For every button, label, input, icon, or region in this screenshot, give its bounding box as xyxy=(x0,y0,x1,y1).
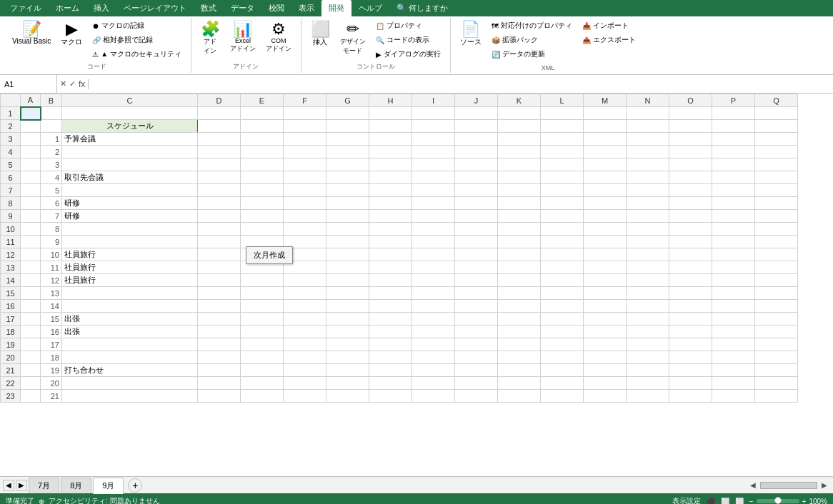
cell-f3[interactable] xyxy=(284,133,326,146)
cell-m22[interactable] xyxy=(584,377,627,390)
cell-o4[interactable] xyxy=(669,146,712,158)
cell-h15[interactable] xyxy=(369,287,412,300)
cell-n9[interactable] xyxy=(627,210,669,223)
cell-h19[interactable] xyxy=(369,338,412,351)
cell-n8[interactable] xyxy=(627,197,669,210)
cell-m5[interactable] xyxy=(584,158,627,171)
row-header-20[interactable]: 20 xyxy=(1,351,21,364)
row-header-22[interactable]: 22 xyxy=(1,377,21,390)
col-header-o[interactable]: O xyxy=(669,94,712,107)
cell-g7[interactable] xyxy=(326,184,369,197)
cell-l8[interactable] xyxy=(541,197,584,210)
cell-e5[interactable] xyxy=(241,158,284,171)
cell-f9[interactable] xyxy=(284,210,326,223)
cell-k10[interactable] xyxy=(498,223,541,236)
cell-i21[interactable] xyxy=(412,364,455,377)
row-header-18[interactable]: 18 xyxy=(1,326,21,338)
cell-f1[interactable] xyxy=(284,107,326,120)
cell-m8[interactable] xyxy=(584,197,627,210)
tab-insert[interactable]: 挿入 xyxy=(86,0,116,16)
row-header-6[interactable]: 6 xyxy=(1,171,21,184)
cell-j20[interactable] xyxy=(455,351,498,364)
addin-button[interactable]: 🧩 アドイン xyxy=(197,19,224,58)
cell-m23[interactable] xyxy=(584,390,627,403)
cell-j1[interactable] xyxy=(455,107,498,120)
cell-a1[interactable] xyxy=(21,107,41,120)
col-header-h[interactable]: H xyxy=(369,94,412,107)
cell-p2[interactable] xyxy=(712,120,755,133)
cell-d12[interactable] xyxy=(198,248,241,261)
cell-m6[interactable] xyxy=(584,171,627,184)
cell-q8[interactable] xyxy=(755,197,798,210)
row-header-12[interactable]: 12 xyxy=(1,248,21,261)
cell-o8[interactable] xyxy=(669,197,712,210)
cell-g23[interactable] xyxy=(326,390,369,403)
cell-q21[interactable] xyxy=(755,364,798,377)
cell-h23[interactable] xyxy=(369,390,412,403)
cell-f4[interactable] xyxy=(284,146,326,158)
cell-f19[interactable] xyxy=(284,338,326,351)
cell-p5[interactable] xyxy=(712,158,755,171)
cell-l4[interactable] xyxy=(541,146,584,158)
row-header-14[interactable]: 14 xyxy=(1,274,21,287)
row-header-1[interactable]: 1 xyxy=(1,107,21,120)
cell-n17[interactable] xyxy=(627,313,669,326)
cell-l2[interactable] xyxy=(541,120,584,133)
cell-n7[interactable] xyxy=(627,184,669,197)
cell-h2[interactable] xyxy=(369,120,412,133)
cell-o6[interactable] xyxy=(669,171,712,184)
cell-c12[interactable]: 社員旅行 xyxy=(62,248,198,261)
cell-e18[interactable] xyxy=(241,326,284,338)
cell-l17[interactable] xyxy=(541,313,584,326)
cell-h16[interactable] xyxy=(369,300,412,313)
cell-m16[interactable] xyxy=(584,300,627,313)
cell-j13[interactable] xyxy=(455,261,498,274)
cell-e9[interactable] xyxy=(241,210,284,223)
cell-q22[interactable] xyxy=(755,377,798,390)
scrollbar-track[interactable] xyxy=(760,482,817,489)
cell-n11[interactable] xyxy=(627,236,669,248)
cell-d14[interactable] xyxy=(198,274,241,287)
cell-p7[interactable] xyxy=(712,184,755,197)
cell-k23[interactable] xyxy=(498,390,541,403)
cell-i10[interactable] xyxy=(412,223,455,236)
cell-h11[interactable] xyxy=(369,236,412,248)
cell-h18[interactable] xyxy=(369,326,412,338)
sheet-tab-7月[interactable]: 7月 xyxy=(29,478,59,493)
tab-developer[interactable]: 開発 xyxy=(321,0,351,16)
cell-c3[interactable]: 予算会議 xyxy=(62,133,198,146)
cell-j3[interactable] xyxy=(455,133,498,146)
cell-l18[interactable] xyxy=(541,326,584,338)
cell-q6[interactable] xyxy=(755,171,798,184)
cell-b19[interactable]: 17 xyxy=(41,338,62,351)
cell-p13[interactable] xyxy=(712,261,755,274)
zoom-out-icon[interactable]: − xyxy=(749,498,754,505)
cell-k21[interactable] xyxy=(498,364,541,377)
tab-file[interactable]: ファイル xyxy=(3,0,49,16)
cell-p16[interactable] xyxy=(712,300,755,313)
cell-g21[interactable] xyxy=(326,364,369,377)
cell-o9[interactable] xyxy=(669,210,712,223)
cell-l6[interactable] xyxy=(541,171,584,184)
insert-control-button[interactable]: ⬜ 挿入 xyxy=(307,19,334,49)
cell-f22[interactable] xyxy=(284,377,326,390)
cell-n2[interactable] xyxy=(627,120,669,133)
cell-a23[interactable] xyxy=(21,390,41,403)
cell-m13[interactable] xyxy=(584,261,627,274)
cell-i17[interactable] xyxy=(412,313,455,326)
cell-l10[interactable] xyxy=(541,223,584,236)
cell-q10[interactable] xyxy=(755,223,798,236)
cell-k18[interactable] xyxy=(498,326,541,338)
cell-d18[interactable] xyxy=(198,326,241,338)
tab-view[interactable]: 表示 xyxy=(291,0,321,16)
row-header-13[interactable]: 13 xyxy=(1,261,21,274)
cell-f15[interactable] xyxy=(284,287,326,300)
cell-p23[interactable] xyxy=(712,390,755,403)
cell-n23[interactable] xyxy=(627,390,669,403)
cell-h17[interactable] xyxy=(369,313,412,326)
cell-p9[interactable] xyxy=(712,210,755,223)
cell-g18[interactable] xyxy=(326,326,369,338)
cell-c18[interactable]: 出張 xyxy=(62,326,198,338)
visual-basic-button[interactable]: 📝 Visual Basic xyxy=(9,19,54,47)
cell-p18[interactable] xyxy=(712,326,755,338)
